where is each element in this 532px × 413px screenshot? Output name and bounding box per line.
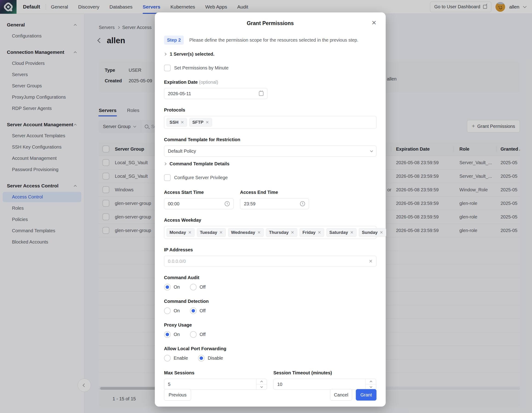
cancel-button[interactable]: Cancel (330, 389, 352, 401)
configure-server-privilege-label: Configure Server Privilege (174, 175, 228, 180)
stepper (365, 379, 376, 390)
weekday-tag: Friday✕ (300, 228, 324, 237)
weekday-tag-label: Tuesday (200, 230, 217, 235)
set-permissions-by-minute-checkbox[interactable]: Set Permissions by Minute (164, 65, 377, 71)
clock-icon (300, 201, 305, 206)
step-down-button[interactable] (256, 384, 267, 390)
radio-options: OnOff (164, 284, 377, 290)
step-description: Please define the permission scope for t… (189, 38, 358, 43)
radio-option-label: On (174, 332, 180, 337)
expiration-date-input[interactable]: 2026-05-11 (164, 88, 267, 99)
step-row: Step 2 Please define the permission scop… (164, 36, 377, 45)
checkbox-icon (164, 65, 171, 71)
radio-option-on[interactable]: On (164, 331, 180, 338)
access-start-time-input[interactable]: 00:00 (164, 198, 234, 209)
step-up-button[interactable] (366, 379, 376, 384)
access-time-row: Access Start Time 00:00 Access End Time … (164, 190, 377, 209)
step-up-button[interactable] (256, 379, 267, 384)
stepper (256, 379, 267, 390)
radio-icon (190, 307, 197, 314)
weekday-tag-label: Monday (170, 230, 186, 235)
radio-group-command-audit: Command AuditOnOff (164, 275, 377, 290)
weekday-tag: Sunday✕ (359, 228, 386, 237)
weekday-tag: Thursday✕ (266, 228, 297, 237)
remove-tag-icon[interactable]: ✕ (291, 230, 294, 235)
step-down-button[interactable] (366, 384, 376, 390)
ip-addresses-placeholder: 0.0.0.0/0 (168, 259, 186, 264)
servers-selected-expander[interactable]: 1 Server(s) selected. (164, 51, 377, 57)
session-timeout-value: 10 (277, 382, 282, 387)
radio-option-label: Enable (174, 355, 188, 361)
access-end-time-value: 23:59 (244, 201, 256, 206)
command-template-value: Default Policy (168, 148, 196, 154)
radio-option-label: Off (200, 308, 206, 314)
configure-server-privilege-checkbox[interactable]: Configure Server Privilege (164, 174, 377, 181)
radio-group-label: Command Audit (164, 275, 377, 280)
protocol-tag-label: SFTP (192, 120, 204, 125)
close-icon[interactable]: ✕ (371, 20, 377, 26)
radio-icon (164, 284, 171, 290)
calendar-icon[interactable] (259, 91, 264, 96)
expiration-date-label: Expiration Date (optional) (164, 79, 377, 85)
previous-button[interactable]: Previous (164, 389, 191, 401)
radio-icon (164, 331, 171, 338)
radio-icon (190, 331, 197, 338)
remove-tag-icon[interactable]: ✕ (380, 230, 383, 235)
radio-option-label: Off (200, 285, 206, 290)
grant-button[interactable]: Grant (356, 389, 377, 401)
protocols-tagbox[interactable]: SSH✕SFTP✕ (164, 116, 377, 129)
weekday-tag: Saturday✕ (326, 228, 357, 237)
access-weekday-tagbox[interactable]: Monday✕Tuesday✕Wednesday✕Thursday✕Friday… (164, 226, 377, 239)
remove-tag-icon[interactable]: ✕ (188, 230, 191, 235)
radio-option-off[interactable]: Off (190, 331, 206, 338)
radio-option-label: Disable (208, 355, 223, 361)
step-badge: Step 2 (164, 36, 184, 45)
servers-selected-label: 1 Server(s) selected. (170, 51, 215, 57)
radio-option-enable[interactable]: Enable (164, 355, 188, 362)
chevron-up-icon (370, 381, 372, 383)
max-sessions-stepper[interactable]: 5 (164, 379, 267, 390)
weekday-tag: Wednesday✕ (228, 228, 264, 237)
remove-tag-icon[interactable]: ✕ (206, 120, 209, 125)
radio-group-allow-local-port-forwarding: Allow Local Port ForwardingEnableDisable (164, 346, 377, 362)
clear-icon[interactable]: ✕ (369, 258, 373, 264)
radio-option-off[interactable]: Off (190, 307, 206, 314)
radio-group-proxy-usage: Proxy UsageOnOff (164, 322, 377, 338)
max-sessions-label: Max Sessions (164, 370, 267, 375)
optional-hint: (optional) (199, 79, 218, 85)
command-template-details-expander[interactable]: Command Template Details (164, 161, 377, 167)
command-template-select[interactable]: Default Policy (164, 146, 377, 157)
radio-option-label: On (174, 285, 180, 290)
radio-icon (190, 284, 197, 290)
clock-icon (225, 201, 230, 206)
remove-tag-icon[interactable]: ✕ (180, 120, 184, 125)
chevron-down-icon (260, 385, 263, 388)
weekday-tag-label: Saturday (329, 230, 348, 235)
weekday-tag-label: Thursday (269, 230, 289, 235)
expiration-date-value: 2026-05-11 (168, 91, 191, 96)
protocol-tag-label: SSH (170, 120, 179, 125)
radio-option-label: Off (200, 332, 206, 337)
remove-tag-icon[interactable]: ✕ (318, 230, 321, 235)
remove-tag-icon[interactable]: ✕ (350, 230, 353, 235)
chevron-down-icon (370, 385, 372, 388)
checkbox-icon (164, 174, 171, 181)
command-template-label: Command Template for Restriction (164, 137, 377, 142)
radio-icon (164, 355, 171, 362)
radio-option-off[interactable]: Off (190, 284, 206, 290)
access-end-time-input[interactable]: 23:59 (240, 198, 309, 209)
radio-option-disable[interactable]: Disable (198, 355, 223, 362)
session-timeout-stepper[interactable]: 10 (273, 379, 376, 390)
radio-option-on[interactable]: On (164, 284, 180, 290)
remove-tag-icon[interactable]: ✕ (257, 230, 261, 235)
weekday-tag-label: Sunday (362, 230, 378, 235)
radio-option-on[interactable]: On (164, 307, 180, 314)
command-template-details-label: Command Template Details (170, 161, 229, 167)
radio-group-label: Proxy Usage (164, 322, 377, 328)
weekday-tag: Monday✕ (167, 228, 195, 237)
ip-addresses-input[interactable]: 0.0.0.0/0 ✕ (164, 256, 377, 267)
remove-tag-icon[interactable]: ✕ (219, 230, 223, 235)
modal-title: Grant Permissions (164, 20, 377, 26)
access-start-time-label: Access Start Time (164, 190, 234, 195)
ip-addresses-label: IP Addresses (164, 247, 377, 253)
